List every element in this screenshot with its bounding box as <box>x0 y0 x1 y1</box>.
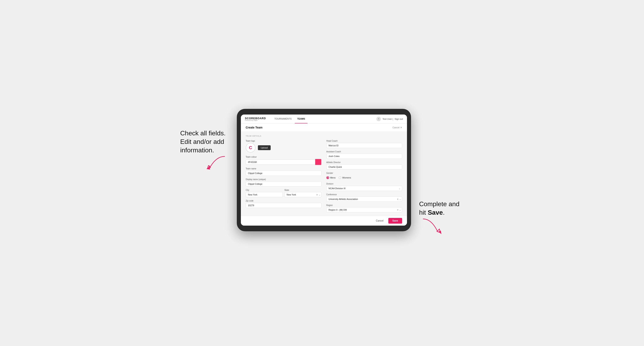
upload-button[interactable]: Upload <box>258 145 271 150</box>
conference-select[interactable]: University Athletic Association <box>326 196 402 202</box>
gender-womens-radio[interactable] <box>338 176 341 179</box>
city-group: City <box>246 189 283 197</box>
gender-womens-label: Womens <box>342 176 351 179</box>
gender-label: Gender <box>326 172 402 174</box>
display-name-input[interactable] <box>246 181 322 186</box>
close-icon: ✕ <box>400 126 402 129</box>
zip-label: Zip code <box>246 200 322 202</box>
form-left-col: Team logo C Upload Team colour <box>246 140 322 212</box>
state-label: State <box>284 189 322 191</box>
conference-select-wrapper: University Athletic Association ✕ ⌄ <box>326 196 402 202</box>
assistant-coach-input[interactable] <box>326 154 402 159</box>
athletic-director-label: Athletic Director <box>326 161 402 164</box>
left-annotation-section: Check all fields. Edit and/or add inform… <box>180 109 229 171</box>
athletic-director-group: Athletic Director <box>326 161 402 170</box>
section-label: TEAM DETAILS <box>246 135 402 137</box>
right-annotation-text: Complete and hit Save. <box>419 200 464 217</box>
team-logo-label: Team logo <box>246 140 322 142</box>
form-grid: Team logo C Upload Team colour <box>246 140 402 212</box>
division-select[interactable]: NCAA Division III <box>326 186 402 191</box>
assistant-coach-group: Assistant Coach <box>326 151 402 159</box>
logo-upload-area: C Upload <box>246 143 322 153</box>
color-field-wrapper <box>246 159 322 165</box>
tablet-screen: SCOREBOARD Powered by clippd TOURNAMENTS… <box>241 115 407 226</box>
nav-tournaments[interactable]: TOURNAMENTS <box>272 115 294 123</box>
left-arrow-icon <box>204 154 229 171</box>
region-chevron-icon: ⌄ <box>399 209 401 211</box>
state-select-wrapper: New York ✕ ⌄ <box>284 192 322 197</box>
zip-input[interactable] <box>246 203 322 208</box>
region-select-icons: ✕ ⌄ <box>397 209 401 211</box>
conference-chevron-icon: ⌄ <box>399 198 401 200</box>
cancel-label: Cancel <box>392 126 399 129</box>
conference-clear-icon: ✕ <box>397 198 398 200</box>
division-group: Division NCAA Division III ⌄ <box>326 183 402 191</box>
cancel-button[interactable]: Cancel <box>373 218 386 223</box>
team-name-group: Team name <box>246 168 322 176</box>
team-colour-label: Team colour <box>246 156 322 158</box>
gender-mens-option[interactable]: Mens <box>326 176 336 179</box>
region-select-wrapper: Region II - (M) DIII ✕ ⌄ <box>326 207 402 212</box>
nav-teams[interactable]: TEAMS <box>295 115 308 123</box>
modal-header: Create Team Cancel ✕ <box>241 123 407 132</box>
nav-right: T Test User | Sign out <box>376 117 403 121</box>
page-wrapper: Check all fields. Edit and/or add inform… <box>180 109 464 237</box>
display-name-group: Display name (unique) <box>246 178 322 186</box>
logo-area: SCOREBOARD Powered by clippd <box>245 117 266 121</box>
gender-group: Gender Mens Womens <box>326 172 402 180</box>
team-name-input[interactable] <box>246 171 322 176</box>
tablet-device: SCOREBOARD Powered by clippd TOURNAMENTS… <box>237 109 411 231</box>
display-name-label: Display name (unique) <box>246 178 322 180</box>
division-select-wrapper: NCAA Division III ⌄ <box>326 186 402 191</box>
gender-mens-label: Mens <box>330 176 336 179</box>
city-state-row: City State New York <box>246 189 322 197</box>
region-select[interactable]: Region II - (M) DIII <box>326 207 402 212</box>
team-colour-input[interactable] <box>246 160 315 165</box>
athletic-director-input[interactable] <box>326 164 402 170</box>
logo-sub: Powered by clippd <box>245 120 266 121</box>
city-input[interactable] <box>246 192 283 197</box>
left-annotation-text: Check all fields. Edit and/or add inform… <box>180 129 229 154</box>
head-coach-input[interactable] <box>326 143 402 148</box>
state-select[interactable]: New York <box>284 192 322 197</box>
team-name-label: Team name <box>246 168 322 170</box>
conference-select-icons: ✕ ⌄ <box>397 198 401 200</box>
sign-out-link[interactable]: Sign out <box>394 118 403 120</box>
modal-footer: Cancel Save <box>241 216 407 226</box>
cancel-x-button[interactable]: Cancel ✕ <box>392 126 402 129</box>
head-coach-label: Head Coach <box>326 140 402 142</box>
head-coach-group: Head Coach <box>326 140 402 148</box>
right-annotation-bold: Save <box>428 209 443 216</box>
team-logo-circle: C <box>246 143 256 153</box>
modal-title: Create Team <box>246 126 262 129</box>
assistant-coach-label: Assistant Coach <box>326 151 402 153</box>
zip-group: Zip code <box>246 200 322 208</box>
gender-mens-radio[interactable] <box>326 176 329 179</box>
region-group: Region Region II - (M) DIII ✕ ⌄ <box>326 204 402 212</box>
modal-body: TEAM DETAILS Team logo C Upload <box>241 132 407 216</box>
right-annotation-section: Complete and hit Save. <box>419 109 464 237</box>
chevron-down-icon: ⌄ <box>319 194 320 196</box>
nav-links: TOURNAMENTS TEAMS <box>272 115 376 123</box>
gender-row: Mens Womens <box>326 175 402 180</box>
color-swatch[interactable] <box>315 159 322 165</box>
navbar: SCOREBOARD Powered by clippd TOURNAMENTS… <box>241 115 407 123</box>
user-label: Test User | <box>382 118 393 120</box>
city-state-group: City State New York <box>246 189 322 197</box>
save-button[interactable]: Save <box>388 218 402 224</box>
conference-group: Conference University Athletic Associati… <box>326 193 402 202</box>
right-annotation-end: . <box>443 209 445 216</box>
region-clear-icon: ✕ <box>397 209 398 211</box>
logo-text: SCOREBOARD <box>245 117 266 120</box>
clear-icon: ✕ <box>316 194 318 196</box>
division-label: Division <box>326 183 402 185</box>
right-arrow-icon <box>419 217 444 237</box>
state-group: State New York ✕ ⌄ <box>284 189 322 197</box>
team-logo-group: Team logo C Upload <box>246 140 322 153</box>
state-select-icons: ✕ ⌄ <box>316 194 320 196</box>
user-avatar: T <box>376 117 381 121</box>
form-right-col: Head Coach Assistant Coach Athletic Dire… <box>326 140 402 212</box>
team-colour-group: Team colour <box>246 156 322 165</box>
gender-womens-option[interactable]: Womens <box>338 176 351 179</box>
city-label: City <box>246 189 283 191</box>
